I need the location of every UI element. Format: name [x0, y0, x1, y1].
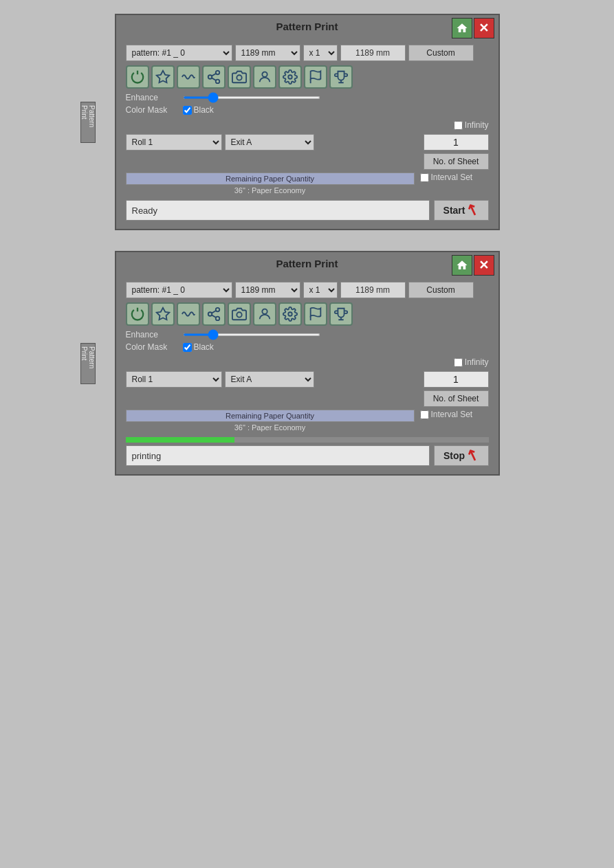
side-tab-2: Pattern Print	[80, 343, 96, 384]
x-select-1[interactable]: x 1	[303, 45, 338, 61]
no-of-sheet-btn-1[interactable]: No. of Sheet	[424, 153, 489, 170]
interval-checkbox-2[interactable]	[420, 410, 429, 419]
pattern-select-1[interactable]: pattern: #1 _ 0	[126, 45, 232, 61]
interval-checkbox-label-2[interactable]: Interval Set	[420, 410, 489, 419]
title-bar-1: Pattern Print ✕	[116, 15, 498, 38]
start-arrow-1: ↖	[464, 200, 482, 221]
color-mask-row-2: Color Mask Black	[126, 342, 489, 352]
close-button-2[interactable]: ✕	[474, 255, 494, 276]
camera-icon-btn-2[interactable]	[228, 302, 251, 326]
paper-economy-text-1: 36" : Paper Economy	[126, 186, 415, 194]
person-icon-btn-1[interactable]	[253, 65, 276, 89]
slider-container-2	[183, 333, 489, 336]
no-of-sheet-btn-2[interactable]: No. of Sheet	[424, 390, 489, 407]
exit-select-2[interactable]: Exit A	[225, 371, 314, 388]
interval-checkbox-label-1[interactable]: Interval Set	[420, 173, 489, 182]
black-checkbox-label-2[interactable]: Black	[183, 342, 214, 352]
svg-line-15	[211, 311, 215, 313]
roll-exit-row-1: Roll 1 Exit A	[126, 134, 415, 151]
svg-point-8	[288, 75, 292, 79]
top-row-1: pattern: #1 _ 0 1189 mm x 1 1189 mm Cust…	[126, 45, 489, 61]
close-button-1[interactable]: ✕	[474, 18, 494, 38]
svg-point-17	[262, 309, 267, 314]
infinity-row-1: Infinity	[126, 120, 489, 130]
roll-select-2[interactable]: Roll 1	[126, 371, 222, 388]
mm-select-2[interactable]: 1189 mm	[235, 282, 300, 298]
flag-icon-btn-2[interactable]	[304, 302, 327, 326]
enhance-slider-2[interactable]	[183, 333, 320, 336]
cog-icon-btn-1[interactable]	[278, 65, 302, 89]
svg-point-1	[215, 71, 219, 75]
settings-icon-btn-2[interactable]	[151, 302, 175, 326]
status-start-row-1: Ready Start ↖	[126, 200, 489, 221]
svg-point-13	[215, 317, 219, 321]
person-icon-btn-2[interactable]	[253, 302, 276, 326]
enhance-row-1: Enhance	[126, 93, 489, 102]
flag-icon-btn-1[interactable]	[304, 65, 327, 89]
mm-display-1: 1189 mm	[340, 45, 406, 61]
svg-point-7	[262, 72, 267, 77]
camera-icon-btn-1[interactable]	[228, 65, 251, 89]
svg-point-6	[237, 75, 241, 80]
stop-button-2[interactable]: Stop ↖	[434, 445, 489, 466]
cog-icon-btn-2[interactable]	[278, 302, 302, 326]
black-checkbox-2[interactable]	[183, 343, 192, 352]
paper-qty-bar-1: Remaining Paper Quantity	[126, 173, 415, 185]
icons-row-1	[126, 65, 489, 89]
trophy-icon-btn-1[interactable]	[329, 65, 353, 89]
enhance-row-2: Enhance	[126, 330, 489, 340]
black-checkbox-label-1[interactable]: Black	[183, 105, 214, 115]
svg-line-4	[211, 78, 215, 80]
exit-select-1[interactable]: Exit A	[225, 134, 314, 151]
infinity-checkbox-1[interactable]	[454, 121, 463, 130]
share-icon-btn-2[interactable]	[202, 302, 226, 326]
trophy-icon-btn-2[interactable]	[329, 302, 353, 326]
share-icon-btn-1[interactable]	[202, 65, 226, 89]
svg-marker-0	[156, 71, 168, 82]
title-bar-2: Pattern Print ✕	[116, 252, 498, 275]
right-controls-1: 1 No. of Sheet	[420, 134, 489, 170]
custom-button-2[interactable]: Custom	[408, 282, 474, 298]
interval-checkbox-1[interactable]	[420, 173, 429, 182]
color-mask-row-1: Color Mask Black	[126, 105, 489, 115]
title-icons-1: ✕	[452, 18, 494, 38]
paper-qty-bar-2: Remaining Paper Quantity	[126, 410, 415, 422]
enhance-label-1: Enhance	[126, 93, 177, 102]
infinity-checkbox-2[interactable]	[454, 358, 463, 367]
status-field-2: printing	[126, 445, 430, 466]
page-container: Pattern Print Pattern Print ✕ pattern: #…	[0, 0, 614, 489]
x-select-2[interactable]: x 1	[303, 282, 338, 298]
roll-select-1[interactable]: Roll 1	[126, 134, 222, 151]
svg-point-16	[237, 312, 241, 317]
quantity-input-1[interactable]: 1	[424, 134, 489, 151]
custom-button-1[interactable]: Custom	[408, 45, 474, 61]
enhance-slider-1[interactable]	[183, 96, 320, 99]
icons-row-2	[126, 302, 489, 326]
home-button-1[interactable]	[452, 18, 472, 38]
panel-body-2: pattern: #1 _ 0 1189 mm x 1 1189 mm Cust…	[116, 275, 498, 474]
wave-icon-btn-1[interactable]	[177, 65, 200, 89]
infinity-row-2: Infinity	[126, 357, 489, 367]
wave-icon-btn-2[interactable]	[177, 302, 200, 326]
start-button-1[interactable]: Start ↖	[434, 200, 489, 221]
settings-icon-btn-1[interactable]	[151, 65, 175, 89]
right-controls-2: No. of Sheet	[420, 371, 489, 407]
left-controls-1: Roll 1 Exit A	[126, 134, 415, 153]
infinity-checkbox-label-1[interactable]: Infinity	[454, 120, 489, 130]
progress-bar-2	[126, 437, 489, 443]
side-tab-1: Pattern Print	[80, 102, 96, 143]
mm-select-1[interactable]: 1189 mm	[235, 45, 300, 61]
panel-2: Pattern Print Pattern Print ✕ pattern: #…	[115, 251, 500, 476]
pattern-select-2[interactable]: pattern: #1 _ 0	[126, 282, 232, 298]
svg-point-2	[208, 75, 212, 79]
home-button-2[interactable]	[452, 255, 472, 276]
color-mask-label-1: Color Mask	[126, 105, 177, 115]
power-icon-btn-2[interactable]	[126, 302, 149, 326]
status-field-1: Ready	[126, 200, 430, 221]
panel-title-2: Pattern Print	[276, 258, 338, 269]
infinity-checkbox-label-2[interactable]: Infinity	[454, 357, 489, 367]
quantity-input-2[interactable]	[424, 371, 489, 388]
power-icon-btn-1[interactable]	[126, 65, 149, 89]
color-mask-label-2: Color Mask	[126, 342, 177, 352]
black-checkbox-1[interactable]	[183, 106, 192, 115]
